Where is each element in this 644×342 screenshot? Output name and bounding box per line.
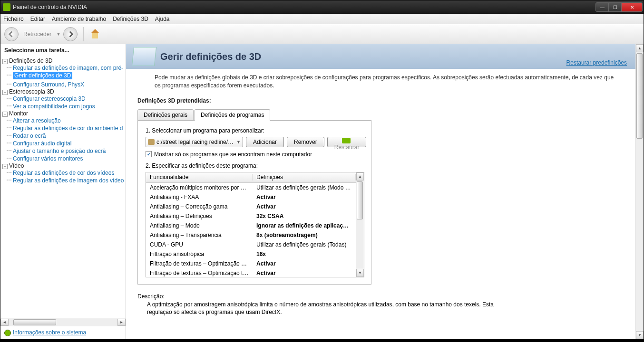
tree-link[interactable]: Configurar Surround, PhysX: [13, 81, 126, 88]
settings-table: Funcionalidade Definições Aceleração múl…: [146, 172, 364, 277]
system-info-icon: [4, 330, 11, 336]
cell-feature: Filtração de texturas – Optimização por …: [146, 260, 253, 267]
hscroll-thumb[interactable]: [13, 319, 56, 325]
table-row[interactable]: Filtração anisotrópica16x: [146, 249, 356, 259]
cell-setting: 8x (sobreamostragem): [253, 232, 356, 238]
step1-label: 1. Seleccionar um programa para personal…: [146, 127, 363, 134]
table-row[interactable]: CUDA - GPUUtilizar as definições gerais …: [146, 240, 356, 249]
menu-help[interactable]: Ajuda: [155, 16, 170, 22]
table-row[interactable]: Filtração de texturas – Optimização tril…: [146, 268, 356, 277]
hscroll-track[interactable]: [9, 319, 117, 326]
tree-link[interactable]: Configurar vários monitores: [13, 155, 126, 162]
add-button[interactable]: Adicionar: [246, 137, 284, 147]
tree-link[interactable]: Ver a compatibilidade com jogos: [13, 103, 126, 110]
tree-link[interactable]: Gerir definições de 3D: [13, 72, 72, 79]
section-title: Definições 3D pretendidas:: [126, 95, 635, 109]
vscroll-up-button[interactable]: ▲: [356, 172, 364, 180]
cell-feature: Antialiasing – Correcção gama: [146, 203, 253, 210]
tree-toggle-icon[interactable]: −: [2, 112, 8, 117]
back-arrow-icon: [8, 31, 15, 38]
main-vscroll-track[interactable]: [636, 52, 644, 331]
table-body: Aceleração múltiplos monitores por combi…: [146, 183, 356, 277]
tree-link[interactable]: Regular as definições de cor do ambiente…: [13, 124, 126, 132]
tabs: Definições gerais Definições de programa…: [137, 109, 626, 121]
table-row[interactable]: Antialiasing – Definições32x CSAA: [146, 211, 356, 221]
col-setting[interactable]: Definições: [253, 174, 356, 180]
tree-link[interactable]: Regular as definições de cor dos vídeos: [13, 169, 126, 177]
maximize-button[interactable]: ☐: [608, 2, 622, 12]
tree-group-header[interactable]: −Monitor: [2, 110, 126, 117]
vscroll-down-button[interactable]: ▼: [356, 269, 364, 277]
remove-button[interactable]: Remover: [287, 137, 324, 147]
cell-feature: Antialiasing – Modo: [146, 222, 253, 229]
tree-link[interactable]: Regular as definições de imagem, com pré…: [13, 64, 126, 72]
titlebar[interactable]: Painel de controlo da NVIDIA — ☐ ✕: [0, 0, 644, 14]
tree-group-label: Monitor: [9, 110, 28, 117]
show-only-installed-checkbox[interactable]: ✓: [146, 151, 152, 157]
main-vscroll[interactable]: ▲ ▼: [635, 44, 644, 339]
cell-setting: Activar: [253, 270, 356, 276]
hscroll-left-button[interactable]: ◄: [0, 319, 9, 326]
tree-link[interactable]: Alterar a resolução: [13, 117, 126, 124]
vscroll-thumb[interactable]: [357, 181, 363, 219]
show-only-installed-label: Mostrar só os programas que se encontram…: [154, 151, 312, 158]
program-select[interactable]: c:/street legal racing redline/slr... ▼: [146, 137, 243, 147]
table-row[interactable]: Aceleração múltiplos monitores por combi…: [146, 183, 356, 192]
back-button[interactable]: [4, 27, 19, 41]
sidebar-footer: Informações sobre o sistema: [0, 326, 126, 339]
minimize-button[interactable]: —: [595, 2, 609, 12]
menu-file[interactable]: Ficheiro: [3, 16, 24, 22]
hscroll-right-button[interactable]: ►: [117, 319, 126, 326]
table-row[interactable]: Antialiasing – Correcção gamaActivar: [146, 202, 356, 211]
sidebar-hscroll[interactable]: ◄ ►: [0, 318, 126, 326]
table-row[interactable]: Antialiasing – ModoIgnorar as definições…: [146, 221, 356, 230]
main-vscroll-thumb[interactable]: [636, 53, 643, 139]
step2-label: 2. Especificar as definições deste progr…: [146, 162, 363, 169]
sidebar: Seleccione uma tarefa... −Definições de …: [0, 44, 126, 339]
tree-link[interactable]: Ajustar o tamanho e posição do ecrã: [13, 147, 126, 155]
tree-link[interactable]: Configurar áudio digital: [13, 140, 126, 147]
tree-group-header[interactable]: −Estereoscopia 3D: [2, 88, 126, 95]
vscroll-track[interactable]: [356, 180, 364, 269]
tree-toggle-icon[interactable]: −: [2, 90, 8, 95]
col-feature[interactable]: Funcionalidade: [146, 174, 253, 180]
cell-setting: Activar: [253, 203, 356, 210]
cell-setting: Activar: [253, 194, 356, 200]
menu-desktop[interactable]: Ambiente de trabalho: [52, 16, 106, 22]
tree-link[interactable]: Rodar o ecrã: [13, 132, 126, 140]
main-vscroll-down-button[interactable]: ▼: [636, 331, 644, 339]
home-button[interactable]: [89, 29, 101, 39]
sidebar-title: Seleccione uma tarefa...: [0, 44, 126, 57]
main-vscroll-up-button[interactable]: ▲: [636, 44, 644, 52]
tree-group-header[interactable]: −Vídeo: [2, 162, 126, 169]
program-icon: [148, 139, 155, 145]
tab-global-settings[interactable]: Definições gerais: [137, 109, 194, 121]
restore-button-label: Restaurar: [334, 144, 360, 151]
table-vscroll[interactable]: ▲ ▼: [356, 172, 364, 277]
back-dropdown-icon[interactable]: ▼: [56, 32, 60, 37]
tree-link[interactable]: Regular as definições de imagem dos víde…: [13, 177, 126, 184]
cell-setting: 16x: [253, 251, 356, 257]
tree-toggle-icon[interactable]: −: [2, 59, 8, 64]
tree-group-header[interactable]: −Definições de 3D: [2, 57, 126, 64]
forward-button[interactable]: [63, 27, 78, 41]
close-button[interactable]: ✕: [621, 2, 643, 12]
restore-button[interactable]: Restaurar: [327, 137, 367, 147]
tree-link[interactable]: Configurar estereoscopia 3D: [13, 95, 126, 103]
nvidia-chip-icon: [342, 138, 351, 143]
cell-setting: Activar: [253, 260, 356, 267]
tree-toggle-icon[interactable]: −: [2, 164, 8, 169]
description-block: Descrição: A optimização por amostragem …: [137, 293, 621, 317]
cell-feature: Antialiasing - FXAA: [146, 194, 253, 200]
table-row[interactable]: Antialiasing – Transparência8x (sobreamo…: [146, 230, 356, 240]
table-row[interactable]: Filtração de texturas – Optimização por …: [146, 259, 356, 268]
page-header-icon: [132, 47, 156, 66]
table-row[interactable]: Antialiasing - FXAAActivar: [146, 192, 356, 202]
tab-program-settings[interactable]: Definições de programas: [195, 109, 270, 121]
restore-defaults-link[interactable]: Restaurar predefinições: [566, 59, 627, 66]
window-title: Painel de controlo da NVIDIA: [13, 4, 596, 10]
menu-3d-settings[interactable]: Definições 3D: [113, 16, 148, 22]
window-controls: — ☐ ✕: [596, 2, 643, 12]
system-info-link[interactable]: Informações sobre o sistema: [13, 329, 86, 336]
menu-edit[interactable]: Editar: [30, 16, 45, 22]
